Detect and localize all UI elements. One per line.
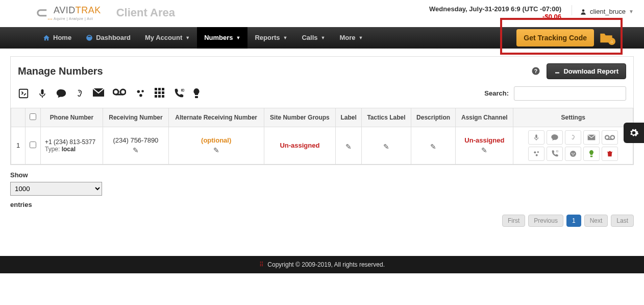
svg-point-33	[570, 151, 576, 157]
svg-rect-20	[158, 95, 161, 98]
edit-icon[interactable]: ✎	[133, 146, 139, 154]
svg-point-34	[572, 153, 573, 154]
gear-group-icon[interactable]	[134, 88, 146, 99]
folder-icon[interactable]: ⌂	[599, 32, 613, 44]
voicemail-icon[interactable]	[602, 130, 618, 145]
mail-icon[interactable]	[92, 88, 105, 99]
svg-point-31	[536, 154, 538, 156]
nav-home[interactable]: Home	[36, 27, 79, 49]
entries-select[interactable]: 1000	[10, 182, 102, 196]
get-tracking-code-button[interactable]: Get Tracking Code	[516, 29, 594, 46]
receiving-number-value: (234) 756-7890	[107, 136, 164, 144]
logo-text-primary: AVID	[54, 5, 76, 15]
col-label[interactable]: Label	[336, 108, 362, 127]
col-site-groups[interactable]: Site Number Groups	[264, 108, 336, 127]
nav-my-account-label: My Account	[145, 34, 182, 41]
svg-point-12	[139, 94, 142, 97]
nav-my-account[interactable]: My Account ▼	[138, 27, 197, 49]
description-cell: ✎	[411, 127, 455, 164]
robot-icon[interactable]	[565, 147, 581, 161]
svg-text:?: ?	[534, 68, 537, 74]
col-tactics-label[interactable]: Tactics Label	[362, 108, 411, 127]
ear-icon[interactable]	[565, 130, 581, 145]
numbers-table: Phone Number Receiving Number Alternate …	[11, 108, 633, 165]
footer: ⠿ Copyright © 2009-2019, All rights rese…	[0, 256, 644, 273]
svg-rect-16	[155, 91, 157, 94]
nav-more[interactable]: More ▼	[332, 27, 370, 49]
col-receiving-number[interactable]: Receiving Number	[103, 108, 169, 127]
svg-point-0	[582, 9, 585, 12]
phone-forward-icon[interactable]	[18, 88, 29, 99]
voicemail-icon[interactable]	[113, 88, 126, 99]
help-icon[interactable]: ?	[531, 66, 540, 76]
settings-cell: ID	[513, 127, 633, 164]
nav-calls-label: Calls	[302, 34, 317, 41]
page-last-button[interactable]: Last	[611, 215, 634, 227]
svg-rect-18	[162, 91, 164, 94]
nav-calls[interactable]: Calls ▼	[294, 27, 332, 49]
chevron-down-icon: ▼	[185, 35, 190, 40]
settings-gear-sidebar[interactable]	[624, 123, 644, 143]
nav-numbers-label: Numbers	[204, 34, 233, 41]
dashboard-icon	[86, 34, 93, 41]
assign-channel-cell: Un-assigned ✎	[456, 127, 513, 164]
edit-icon[interactable]: ✎	[481, 146, 487, 154]
svg-rect-19	[155, 95, 157, 98]
gear-group-icon[interactable]	[528, 147, 544, 161]
page-next-button[interactable]: Next	[584, 215, 608, 227]
logo[interactable]: ⊂⋯ AVIDTRAK Aquire | Analyze | Act	[36, 4, 101, 22]
table-row: 1 +1 (234) 813-5377 Type: local (234) 75…	[11, 127, 633, 164]
svg-text:ID: ID	[181, 88, 184, 92]
bulb-icon[interactable]	[583, 147, 600, 161]
row-checkbox[interactable]	[30, 142, 36, 148]
col-alt-receiving[interactable]: Alternate Receiving Number	[168, 108, 264, 127]
toolbar-icons: ID	[18, 88, 201, 99]
svg-rect-23	[195, 96, 198, 98]
caller-id-icon[interactable]: ID	[547, 147, 563, 161]
edit-icon[interactable]: ✎	[345, 143, 352, 151]
mic-icon[interactable]	[528, 130, 544, 145]
svg-rect-21	[162, 95, 164, 98]
user-menu[interactable]: client_bruce ▼	[572, 5, 634, 15]
entries-label: entries	[10, 201, 634, 208]
nav-reports[interactable]: Reports ▼	[247, 27, 294, 49]
row-index: 1	[11, 127, 26, 164]
col-phone-number[interactable]: Phone Number	[41, 108, 103, 127]
chat-icon[interactable]	[547, 130, 563, 145]
edit-icon[interactable]: ✎	[430, 143, 436, 151]
alt-receiving-cell: (optional) ✎	[168, 127, 264, 164]
search-input[interactable]	[514, 86, 626, 101]
col-assign-channel[interactable]: Assign Channel	[456, 108, 513, 127]
mail-icon[interactable]	[583, 130, 600, 145]
col-description[interactable]: Description	[411, 108, 455, 127]
mic-icon[interactable]	[37, 88, 47, 99]
footer-dots-icon: ⠿	[259, 261, 264, 268]
svg-rect-13	[155, 88, 157, 90]
svg-point-29	[534, 151, 536, 153]
edit-icon[interactable]: ✎	[213, 146, 219, 154]
ear-icon[interactable]	[75, 88, 84, 99]
svg-rect-14	[158, 88, 161, 90]
page-prev-button[interactable]: Previous	[528, 215, 563, 227]
page-first-button[interactable]: First	[502, 215, 525, 227]
nav-numbers[interactable]: Numbers ▼	[197, 27, 247, 49]
caller-id-icon[interactable]: ID	[173, 88, 184, 99]
user-icon	[580, 8, 587, 15]
col-index	[11, 108, 26, 127]
col-settings[interactable]: Settings	[513, 108, 633, 127]
grid-icon[interactable]	[155, 88, 165, 99]
edit-icon[interactable]: ✎	[383, 143, 389, 151]
show-label: Show	[10, 171, 634, 179]
nav-home-label: Home	[53, 34, 71, 41]
select-all-checkbox[interactable]	[30, 113, 36, 120]
site-groups-value: Un-assigned	[268, 142, 332, 149]
page-1-button[interactable]: 1	[566, 215, 581, 227]
svg-text:ID: ID	[556, 150, 559, 153]
bulb-icon[interactable]	[192, 88, 201, 99]
receiving-number-cell: (234) 756-7890 ✎	[103, 127, 169, 164]
chat-icon[interactable]	[56, 88, 67, 99]
download-report-button[interactable]: Download Report	[547, 63, 626, 79]
manage-numbers-panel: Manage Numbers ? Download Report	[10, 56, 634, 165]
trash-icon[interactable]	[602, 147, 618, 161]
nav-dashboard[interactable]: Dashboard	[79, 27, 138, 49]
